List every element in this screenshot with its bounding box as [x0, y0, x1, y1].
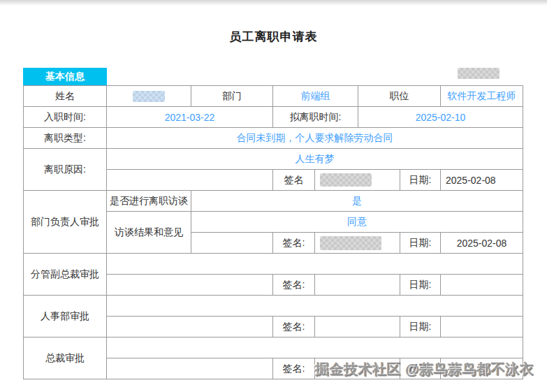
position-label: 职位	[358, 86, 441, 107]
dept-head-date-label: 日期:	[400, 233, 441, 254]
interview-label: 是否进行离职访谈	[107, 191, 191, 212]
dept-head-sign-label: 签名:	[273, 233, 315, 254]
hr-sign-label: 签名:	[273, 317, 315, 337]
interview-result-label: 访谈结果和意见	[107, 212, 191, 254]
empty-cell	[191, 233, 273, 254]
reason-date-label: 日期:	[400, 170, 441, 191]
name-value	[107, 86, 191, 107]
table-row-basic-1: 姓名 部门 前端组 职位 软件开发工程师	[24, 86, 523, 107]
name-label: 姓名	[24, 86, 107, 107]
table-row-hr: 人事部审批	[24, 296, 523, 317]
interview-result-value: 同意	[191, 212, 523, 233]
table-row-interview: 部门负责人审批 是否进行离职访谈 是	[24, 191, 523, 212]
hire-date-value: 2021-03-22	[107, 107, 273, 128]
reason-label: 离职原因:	[24, 149, 107, 191]
dept-value: 前端组	[273, 86, 358, 107]
hr-approval-label: 人事部审批	[24, 296, 107, 337]
empty-cell	[107, 275, 273, 296]
hire-date-label: 入职时间:	[24, 107, 107, 128]
resign-date-value: 2025-02-10	[358, 107, 523, 128]
resign-type-label: 离职类型:	[24, 128, 107, 149]
reason-date-value: 2025-02-08	[441, 170, 523, 191]
empty-cell	[107, 317, 273, 337]
watermark: 掘金技术社区 @蒜鸟蒜鸟都不泳衣	[315, 360, 534, 379]
vp-approval-label: 分管副总裁审批	[24, 254, 107, 296]
resign-date-label: 拟离职时间:	[273, 107, 358, 128]
page-top-shadow	[0, 0, 547, 6]
vp-date-value	[441, 275, 523, 296]
table-row-reason: 离职原因: 人生有梦	[24, 149, 523, 170]
section-tab-basic-info: 基本信息	[23, 68, 107, 85]
resign-type-value: 合同未到期，个人要求解除劳动合同	[107, 128, 523, 149]
interview-value: 是	[191, 191, 523, 212]
empty-cell	[107, 358, 273, 379]
table-row-basic-2: 入职时间: 2021-03-22 拟离职时间: 2025-02-10	[24, 107, 523, 128]
hr-date-label: 日期:	[400, 317, 441, 337]
empty-cell	[107, 296, 523, 317]
reason-sign-label: 签名	[273, 170, 315, 191]
redacted-name	[133, 91, 165, 102]
page-title: 员工离职申请表	[0, 29, 547, 45]
vp-sign-value	[315, 275, 400, 296]
dept-head-date-value: 2025-02-08	[441, 233, 523, 254]
president-approval-label: 总裁审批	[24, 337, 107, 379]
president-sign-label: 签名:	[273, 358, 315, 379]
empty-cell	[107, 337, 523, 358]
hr-date-value	[441, 317, 523, 337]
resignation-form-table: 姓名 部门 前端组 职位 软件开发工程师 入职时间: 2021-03-22 拟离…	[23, 85, 523, 379]
empty-cell	[107, 170, 273, 191]
redacted-block-top-right	[458, 68, 499, 79]
vp-date-label: 日期:	[400, 275, 441, 296]
vp-sign-label: 签名:	[273, 275, 315, 296]
table-row-resign-type: 离职类型: 合同未到期，个人要求解除劳动合同	[24, 128, 523, 149]
redacted-signature	[320, 236, 381, 250]
reason-sign-value	[315, 170, 400, 191]
position-value: 软件开发工程师	[441, 86, 523, 107]
table-row-vp: 分管副总裁审批	[24, 254, 523, 275]
dept-head-approval-label: 部门负责人审批	[24, 191, 107, 254]
reason-value: 人生有梦	[107, 149, 523, 170]
redacted-signature	[320, 173, 372, 187]
hr-sign-value	[315, 317, 400, 337]
dept-head-sign-value	[315, 233, 400, 254]
dept-label: 部门	[191, 86, 273, 107]
empty-cell	[107, 254, 523, 275]
table-row-president: 总裁审批	[24, 337, 523, 358]
